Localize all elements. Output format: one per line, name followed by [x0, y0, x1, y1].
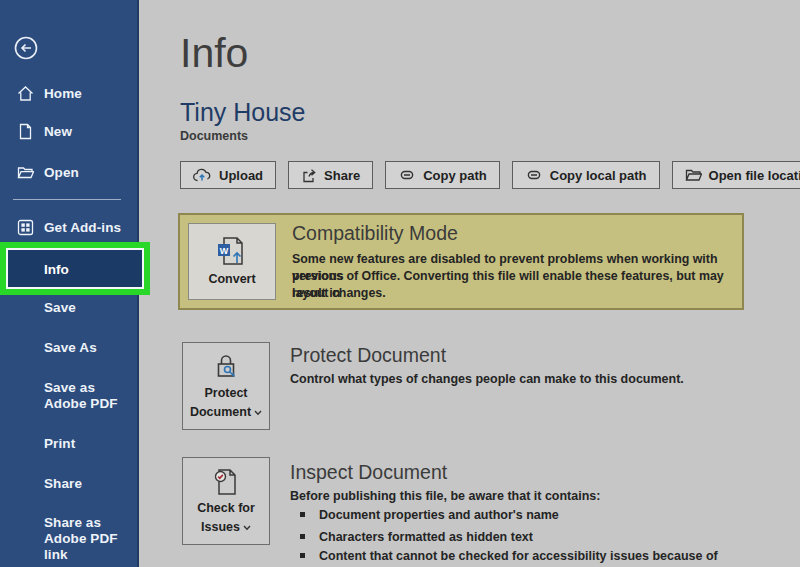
button-label: Copy path — [423, 168, 487, 183]
section-title: Protect Document — [290, 344, 446, 367]
section-intro: Before publishing this file, be aware th… — [290, 489, 600, 503]
back-arrow-icon — [13, 35, 39, 61]
bullet-label: Characters formatted as hidden text — [319, 530, 533, 544]
button-label: Document — [190, 405, 251, 420]
sidebar-item-label: Share — [44, 476, 136, 492]
sidebar-item-label: Save — [44, 300, 136, 316]
sidebar-divider — [13, 199, 121, 200]
document-location: Documents — [180, 129, 248, 143]
section-title: Compatibility Mode — [292, 222, 458, 245]
open-file-location-button[interactable]: Open file location — [672, 161, 800, 189]
inspect-bullet-item: Document properties and author's name — [300, 507, 736, 524]
section-description-line: layout changes. — [292, 285, 752, 302]
check-for-issues-button[interactable]: Check for Issues — [182, 457, 270, 545]
button-label: Check for — [197, 501, 255, 516]
sidebar-item-label: Share as Adobe PDF link — [44, 515, 136, 563]
convert-button[interactable]: W Convert — [188, 223, 276, 300]
document-check-icon — [211, 467, 241, 497]
document-title: Tiny House — [180, 98, 306, 127]
bullet-label: Content that cannot be checked for acces… — [300, 549, 718, 567]
sidebar-item-label: New — [44, 124, 136, 140]
copy-local-path-button[interactable]: Copy local path — [512, 161, 660, 189]
chevron-down-icon — [243, 525, 251, 531]
inspect-bullet-item: Content that cannot be checked for acces… — [300, 548, 736, 567]
svg-text:W: W — [220, 246, 229, 256]
info-toolbar: Upload Share Copy path Copy local path — [180, 161, 800, 189]
back-button[interactable] — [13, 35, 39, 61]
open-folder-icon — [17, 164, 34, 181]
sidebar-item-label: Open — [44, 165, 136, 181]
inspect-bullet-item: Characters formatted as hidden text — [300, 529, 736, 546]
link-icon — [525, 169, 543, 181]
upload-button[interactable]: Upload — [180, 161, 276, 189]
share-button[interactable]: Share — [288, 161, 373, 189]
sidebar-item-label: Save As — [44, 340, 136, 356]
section-description: Control what types of changes people can… — [290, 372, 684, 386]
chevron-down-icon — [254, 410, 262, 416]
button-label: Copy local path — [550, 168, 647, 183]
section-title: Inspect Document — [290, 461, 447, 484]
square-bullet-icon — [300, 553, 305, 558]
sidebar-item-info-selected[interactable]: Info — [6, 248, 144, 289]
bullet-label: Document properties and author's name — [319, 508, 559, 522]
square-bullet-icon — [300, 534, 305, 539]
share-icon — [301, 168, 317, 183]
copy-path-button[interactable]: Copy path — [385, 161, 500, 189]
folder-open-icon — [685, 168, 702, 182]
sidebar-item-label: Print — [44, 436, 136, 452]
link-icon — [398, 169, 416, 181]
sidebar-item-label: Info — [44, 261, 69, 276]
new-document-icon — [17, 123, 34, 140]
button-label: Convert — [208, 272, 255, 287]
page-title: Info — [180, 30, 248, 77]
word-backstage-info-view: Home New Open — [0, 0, 800, 567]
add-ins-grid-icon — [17, 219, 34, 236]
backstage-sidebar: Home New Open — [0, 0, 139, 567]
compatibility-mode-section: W Convert Compatibility Mode Some new fe… — [178, 213, 744, 310]
word-document-convert-icon: W — [215, 236, 249, 268]
sidebar-item-label: Home — [44, 86, 136, 102]
button-label: Protect — [204, 386, 247, 401]
sidebar-item-label: Save as Adobe PDF — [44, 380, 136, 412]
button-label: Issues — [201, 520, 240, 535]
protect-document-button[interactable]: Protect Document — [182, 342, 270, 430]
lock-key-icon — [211, 352, 241, 382]
sidebar-item-label: Get Add-ins — [44, 220, 136, 236]
home-icon — [17, 85, 34, 102]
button-label: Share — [324, 168, 360, 183]
cloud-upload-icon — [193, 168, 212, 182]
button-label: Upload — [219, 168, 263, 183]
button-label: Open file location — [709, 168, 800, 183]
green-annotation-box: Info — [0, 242, 150, 295]
square-bullet-icon — [300, 512, 305, 517]
